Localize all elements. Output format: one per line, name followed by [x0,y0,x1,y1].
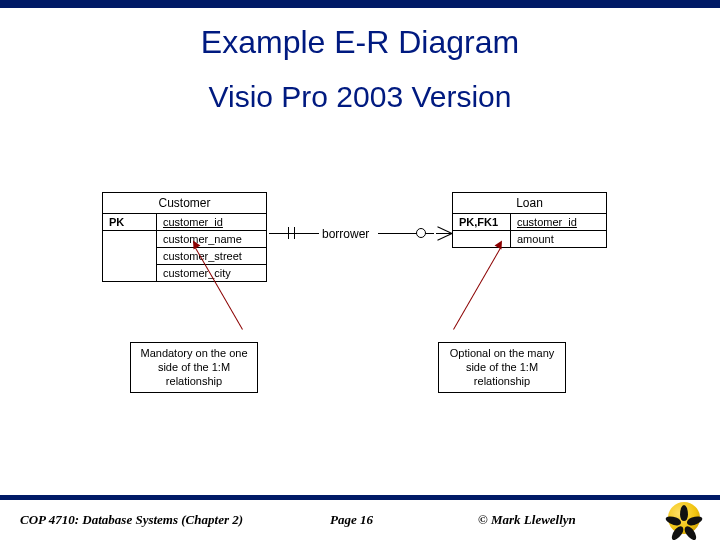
entity-customer: Customer PK customer_id customer_name cu… [102,192,267,282]
slide-subtitle: Visio Pro 2003 Version [0,80,720,114]
callout-mandatory-one: Mandatory on the one side of the 1:M rel… [130,342,258,393]
mandatory-one-tick-icon [288,227,289,239]
loan-pk-attr: customer_id [511,214,607,231]
entity-loan: Loan PK,FK1 customer_id amount [452,192,607,248]
customer-pk-attr: customer_id [157,214,267,231]
customer-attr: customer_street [157,248,267,265]
mandatory-one-tick-icon [294,227,295,239]
loan-attr: amount [511,231,607,248]
customer-attr: customer_city [157,265,267,282]
ucf-pegasus-logo [668,502,700,534]
slide-title: Example E-R Diagram [0,24,720,61]
footer-copyright: © Mark Llewellyn [478,512,576,528]
customer-blank-keycol [103,231,157,282]
top-accent-bar [0,0,720,8]
callout-arrow-right [453,248,501,330]
callout-optional-many: Optional on the many side of the 1:M rel… [438,342,566,393]
customer-pk-label: PK [103,214,157,231]
footer-page: Page 16 [330,512,373,528]
relationship-label: borrower [322,227,369,241]
optional-circle-icon [416,228,426,238]
customer-attr: customer_name [157,231,267,248]
entity-customer-name: Customer [102,192,267,213]
loan-pk-label: PK,FK1 [453,214,511,231]
entity-loan-name: Loan [452,192,607,213]
footer-course: COP 4710: Database Systems (Chapter 2) [20,512,243,528]
footer-accent-bar [0,495,720,500]
